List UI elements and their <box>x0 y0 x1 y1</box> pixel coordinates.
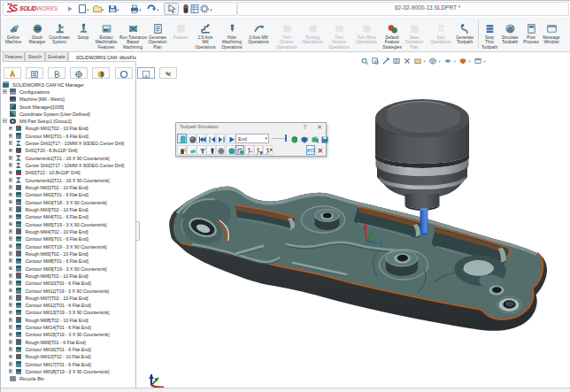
svg-text:1: 1 <box>183 147 186 152</box>
svg-text:SOLIDWORKS: SOLIDWORKS <box>19 5 58 12</box>
svg-text:X: X <box>379 242 382 247</box>
